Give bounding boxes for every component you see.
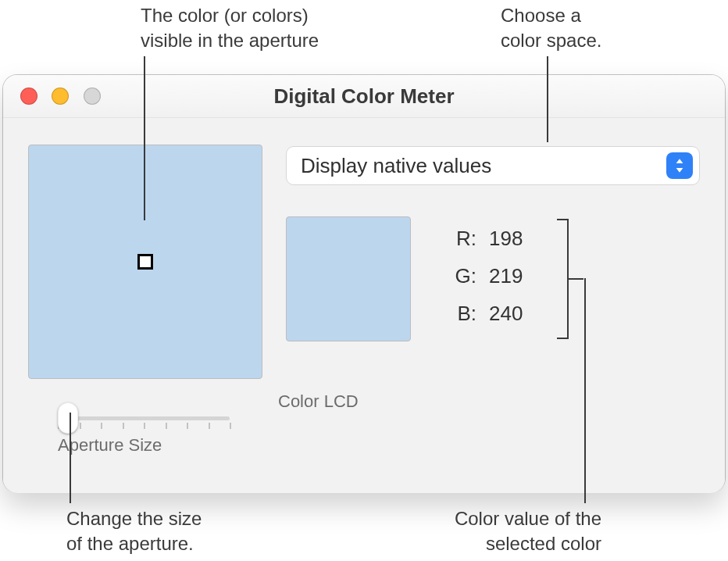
readout-row-r: R: 198 [441,220,551,257]
aperture-size-slider[interactable] [58,407,230,429]
slider-knob[interactable] [58,402,78,434]
titlebar: Digital Color Meter [3,75,725,118]
aperture-size-label: Aperture Size [58,435,230,456]
display-profile-label: Color LCD [278,391,359,412]
chevron-up-down-icon [666,152,693,179]
readout-row-g: G: 219 [441,257,551,295]
color-space-selected: Display native values [301,154,491,178]
readout-row-b: B: 240 [441,295,551,332]
callout-choose-space: Choose a color space. [501,3,728,53]
readout-bracket-icon [556,216,587,341]
app-window: Digital Color Meter Aperture Size Displ [3,75,725,492]
aperture-size-slider-group: Aperture Size [58,407,230,456]
callout-aperture-colors: The color (or colors) visible in the ape… [141,3,375,53]
aperture-marker [137,254,153,270]
callout-change-size: Change the size of the aperture. [66,506,301,556]
color-space-popup[interactable]: Display native values [286,146,700,185]
window-title: Digital Color Meter [3,75,725,117]
color-readouts: R: 198 G: 219 B: 240 [441,220,551,332]
aperture-preview [28,145,262,379]
color-swatch [286,216,411,341]
window-content: Aperture Size Display native values R: 1… [3,118,725,493]
callout-color-value: Color value of the selected color [367,506,601,556]
